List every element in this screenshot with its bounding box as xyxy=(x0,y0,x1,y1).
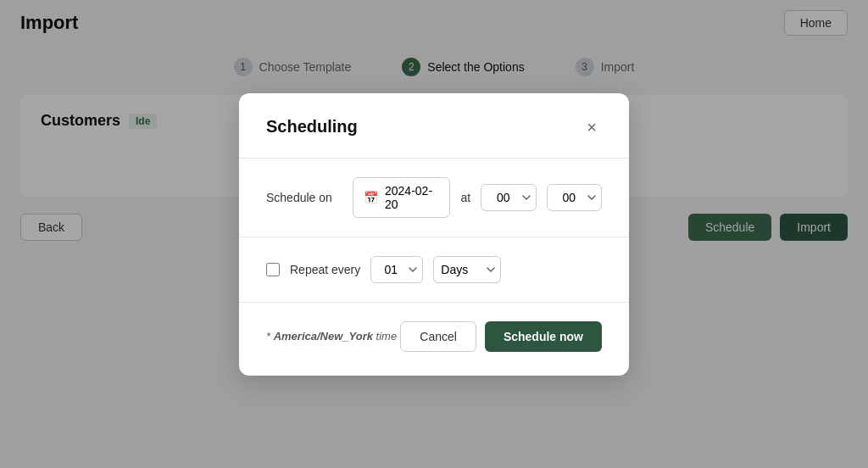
calendar-icon: 📅 xyxy=(364,191,378,204)
date-input[interactable]: 📅 2024-02-20 xyxy=(353,177,450,218)
cancel-button[interactable]: Cancel xyxy=(400,321,476,352)
timezone-note: * America/New_York time xyxy=(266,330,397,343)
repeat-num-select[interactable]: 01 02 03 07 xyxy=(370,256,423,283)
modal-mid-divider xyxy=(239,237,629,237)
schedule-now-button[interactable]: Schedule now xyxy=(485,321,602,352)
schedule-on-row: Schedule on 📅 2024-02-20 at 00 01 02 00 … xyxy=(266,177,602,218)
repeat-label: Repeat every xyxy=(290,263,360,276)
footer-buttons: Cancel Schedule now xyxy=(400,321,602,352)
modal-close-button[interactable]: × xyxy=(581,117,602,137)
page-background: Import Home 1 Choose Template 2 Select t… xyxy=(0,0,868,468)
scheduling-modal: Scheduling × Schedule on 📅 2024-02-20 at… xyxy=(239,93,629,376)
repeat-unit-select[interactable]: Days Weeks Months xyxy=(433,256,501,283)
modal-top-divider xyxy=(239,158,629,159)
timezone-suffix: time xyxy=(373,330,397,343)
at-label: at xyxy=(460,191,470,204)
repeat-row: Repeat every 01 02 03 07 Days Weeks Mont… xyxy=(266,256,602,283)
modal-footer: * America/New_York time Cancel Schedule … xyxy=(266,321,602,352)
modal-overlay: Scheduling × Schedule on 📅 2024-02-20 at… xyxy=(0,0,868,468)
timezone-name: America/New_York xyxy=(274,330,373,343)
date-value: 2024-02-20 xyxy=(385,184,439,211)
schedule-on-label: Schedule on xyxy=(266,191,342,204)
modal-title: Scheduling xyxy=(266,117,358,136)
hour-select[interactable]: 00 01 02 xyxy=(481,184,536,211)
repeat-checkbox[interactable] xyxy=(266,263,280,276)
minute-select[interactable]: 00 15 30 45 xyxy=(547,184,602,211)
modal-bottom-divider xyxy=(239,302,629,303)
modal-header: Scheduling × xyxy=(266,117,602,137)
